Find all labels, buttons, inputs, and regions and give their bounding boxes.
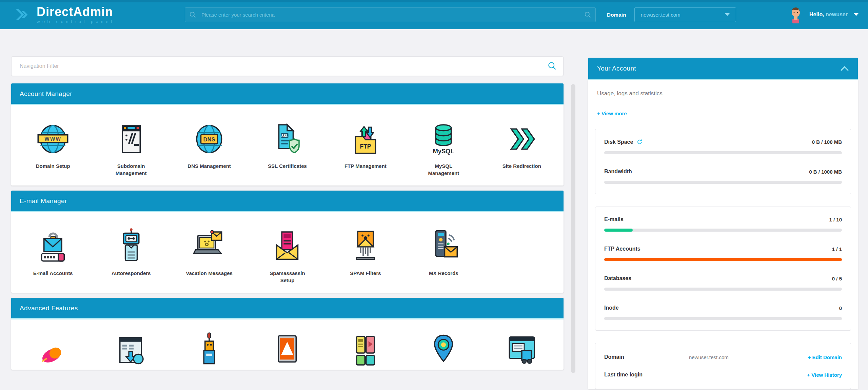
progress-bar (604, 151, 842, 154)
double-chevron-icon (503, 120, 541, 158)
domain-dropdown-value: newuser.test.com (641, 12, 680, 18)
tile-ssl-certificates[interactable]: SSL SSL Certificates (248, 120, 326, 177)
tile-empty (483, 227, 561, 284)
certificate-shield-icon: SSL (268, 120, 306, 158)
tile-site-redirection[interactable]: Site Redirection (483, 120, 561, 177)
tile-label: Domain Setup (36, 162, 70, 170)
tile-label: SSL Certificates (268, 162, 307, 170)
tile-label: Spamassassin Setup (263, 270, 312, 284)
globe-dns-icon: DNS (190, 120, 228, 158)
navigation-filter-input[interactable] (11, 56, 564, 76)
svg-text:WWW: WWW (44, 136, 61, 142)
envelope-lock-icon (34, 227, 72, 265)
edit-domain-link[interactable]: + Edit Domain (808, 354, 842, 360)
tile-vacation-messages[interactable]: Vacation Messages (170, 227, 248, 284)
view-more-link[interactable]: + View more (597, 111, 627, 116)
progress-bar (604, 317, 842, 320)
stat-disk-space: Disk Space 0 B / 100 MB (604, 139, 842, 154)
tile-spam-filters[interactable]: SPAM Filters (327, 227, 405, 284)
svg-text:FTP: FTP (360, 143, 371, 150)
tile-mysql-management[interactable]: MySQL MySQL Management (405, 120, 482, 177)
tile-label: DNS Management (188, 162, 231, 170)
tile-autoresponders[interactable]: Autoresponders (92, 227, 170, 284)
chevron-down-icon (725, 13, 730, 16)
laptop-mail-icon (190, 227, 228, 265)
tile-advanced-4[interactable] (248, 332, 326, 370)
tile-advanced-1[interactable] (14, 332, 92, 370)
tile-subdomain-management[interactable]: Subdomain Management (92, 120, 170, 177)
warning-sign-icon (268, 332, 306, 370)
tile-label: Autoresponders (112, 270, 151, 277)
tile-advanced-3[interactable] (170, 332, 248, 370)
logo-title: DirectAdmin (37, 5, 114, 19)
tile-advanced-2[interactable] (92, 332, 170, 370)
stat-inode: Inode 0 (604, 305, 842, 320)
tile-dns-management[interactable]: DNS DNS Management (170, 120, 248, 177)
progress-bar (604, 258, 842, 261)
chevron-down-icon (854, 13, 859, 16)
stat-emails: E-mails 1 / 10 (604, 216, 842, 232)
tile-advanced-6[interactable] (405, 332, 482, 370)
section-email-manager: E-mail Manager E-mail Accounts (11, 191, 564, 293)
tile-advanced-5[interactable] (327, 332, 405, 370)
tile-label: MX Records (429, 270, 458, 277)
mysql-database-icon: MySQL (425, 120, 462, 158)
mail-shredder-icon (347, 227, 384, 265)
your-account-header[interactable]: Your Account (588, 58, 858, 80)
section-title: Advanced Features (11, 298, 564, 319)
tile-label: FTP Management (344, 162, 387, 170)
tile-label: E-mail Accounts (33, 270, 73, 277)
search-icon (189, 11, 196, 18)
your-account-panel: Your Account Usage, logs and statistics … (588, 58, 858, 389)
search-icon[interactable] (584, 11, 591, 18)
domain-info-box: Domain newuser.test.com + Edit Domain La… (595, 343, 851, 389)
tile-email-accounts[interactable]: E-mail Accounts (14, 227, 92, 284)
stat-ftp-accounts: FTP Accounts 1 / 1 (604, 246, 842, 261)
site-builder-icon (503, 332, 541, 370)
domain-dropdown[interactable]: newuser.test.com (634, 7, 736, 22)
progress-bar (604, 229, 842, 232)
comet-icon (34, 332, 72, 370)
svg-text:MySQL: MySQL (433, 148, 454, 155)
robot-icon (112, 227, 150, 265)
server-mail-icon (425, 227, 462, 265)
info-row-domain: Domain newuser.test.com + Edit Domain (604, 354, 842, 360)
tile-label: Vacation Messages (186, 270, 233, 277)
header-search-input[interactable] (185, 7, 596, 22)
refresh-icon[interactable] (636, 139, 643, 145)
tile-label: Subdomain Management (106, 162, 156, 177)
top-header: DirectAdmin web control panel Domain new… (0, 0, 868, 29)
greeting: Hello, newuser (809, 12, 848, 18)
file-cards-icon (347, 332, 384, 370)
section-account-manager: Account Manager WWW Domain Setup (11, 83, 564, 186)
info-row-last-login: Last time login + View History (604, 372, 842, 378)
directadmin-logo[interactable]: DirectAdmin web control panel (12, 5, 114, 24)
spam-letter-icon (268, 227, 306, 265)
browser-download-icon (112, 332, 150, 370)
chevron-up-icon[interactable] (840, 66, 849, 71)
navigation-filter (11, 56, 564, 76)
tile-domain-setup[interactable]: WWW Domain Setup (14, 120, 92, 177)
search-icon[interactable] (548, 61, 557, 71)
progress-bar (604, 181, 842, 184)
header-search (185, 7, 596, 22)
stat-bandwidth: Bandwidth 0 B / 1000 MB (604, 169, 842, 184)
scrollbar[interactable] (571, 84, 575, 373)
tile-advanced-7[interactable] (483, 332, 561, 370)
panel-subtitle: Usage, logs and statistics (597, 90, 849, 97)
tile-ftp-management[interactable]: FTP FTP Management (327, 120, 405, 177)
tile-label: MySQL Management (419, 162, 468, 177)
user-menu[interactable]: Hello, newuser (788, 0, 859, 29)
logo-subtitle: web control panel (37, 19, 114, 24)
avatar (788, 5, 803, 24)
domain-area: Domain newuser.test.com (607, 0, 736, 29)
tile-mx-records[interactable]: MX Records (405, 227, 482, 284)
usage-box: Disk Space 0 B / 100 MB Bandwidth 0 B / … (595, 129, 851, 194)
stat-databases: Databases 0 / 5 (604, 275, 842, 291)
antenna-tower-icon (190, 332, 228, 370)
tile-spamassassin-setup[interactable]: Spamassassin Setup (248, 227, 326, 284)
tile-label: Site Redirection (502, 162, 541, 170)
tile-label: SPAM Filters (350, 270, 381, 277)
section-advanced-features: Advanced Features (11, 298, 564, 370)
view-history-link[interactable]: + View History (807, 372, 842, 378)
